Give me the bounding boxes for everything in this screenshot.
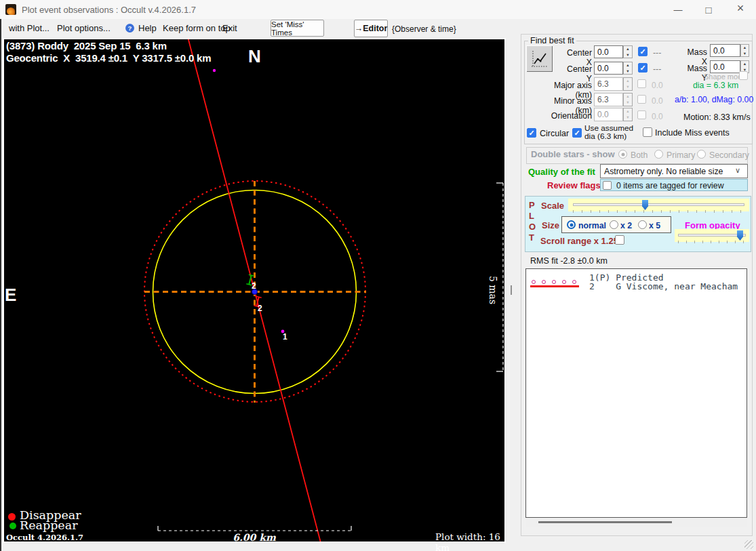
size-label: Size	[542, 220, 559, 230]
mass-x-spinner[interactable]: ▴▾	[740, 44, 749, 57]
menu-exit[interactable]: Exit	[222, 23, 237, 33]
center-y-field[interactable]: 0.0	[594, 62, 623, 75]
center-y-dash: ---	[653, 64, 661, 74]
orientation-field[interactable]: 0.0	[594, 108, 623, 121]
quality-dropdown-value: Astrometry only. No reliable size	[604, 167, 723, 176]
use-assumed-line2: dia (6.3 km)	[584, 132, 633, 140]
predicted-dot-top	[213, 69, 216, 72]
site2-label-upper: 2	[252, 281, 256, 291]
use-assumed-checkbox[interactable]: ✓	[572, 128, 582, 138]
dot-icon	[562, 280, 566, 284]
form-opacity-slider[interactable]	[675, 229, 749, 242]
spin-down-icon[interactable]: ▾	[624, 52, 632, 58]
set-miss-times-button[interactable]: Set 'Miss' Times	[271, 20, 324, 37]
double-stars-label: Double stars - show	[531, 149, 615, 159]
minimize-icon[interactable]: —	[667, 3, 690, 16]
center-y-spinner[interactable]: ▴▾	[623, 62, 633, 75]
plot-letter-l: L	[529, 211, 534, 221]
minor-axis-fit-value: 0.0	[652, 96, 663, 106]
app-icon-glyph	[7, 7, 15, 15]
quality-dropdown[interactable]: Astrometry only. No reliable size ∨	[600, 164, 748, 178]
center-x-field[interactable]: 0.0	[594, 45, 623, 58]
dot-icon	[552, 280, 556, 284]
spin-up-icon[interactable]: ▴	[624, 46, 632, 52]
fit-button[interactable]	[526, 45, 553, 72]
form-opacity-thumb[interactable]	[737, 230, 743, 241]
help-icon[interactable]: ?	[125, 24, 134, 33]
spin-down-icon: ▾	[624, 115, 632, 121]
app-icon	[5, 4, 16, 15]
scroll-range-checkbox[interactable]	[615, 235, 624, 245]
major-axis-spinner: ▴▾	[623, 77, 633, 91]
plot-letter-p: P	[529, 200, 535, 210]
include-miss-checkbox[interactable]	[643, 127, 652, 137]
spin-up-icon[interactable]: ▴	[741, 61, 749, 67]
size-x2-radio[interactable]	[610, 220, 618, 229]
scale-slider[interactable]	[568, 199, 749, 211]
orientation-spinner: ▴▾	[623, 108, 633, 121]
spin-up-icon: ▴	[624, 94, 632, 100]
use-assumed-label: Use assumed dia (6.3 km)	[584, 124, 633, 140]
orientation-label: Orientation	[540, 111, 592, 121]
size-normal-radio[interactable]	[567, 220, 576, 229]
both-radio[interactable]	[618, 150, 627, 159]
site1-label: 1	[283, 332, 287, 342]
scrollbar-thumb[interactable]	[538, 521, 672, 523]
secondary-label: Secondary	[709, 150, 749, 160]
menu-plot-options[interactable]: Plot options...	[57, 23, 111, 33]
plot-letter-t: T	[529, 232, 534, 243]
observation-row[interactable]: 2 G Viscome, near Meacham	[589, 281, 738, 291]
scale-label: Scale	[541, 201, 564, 211]
review-flags-checkbox[interactable]	[603, 181, 612, 190]
mass-x-field[interactable]: 0.0	[710, 44, 740, 57]
minor-axis-fit-checkbox[interactable]	[637, 95, 646, 104]
primary-radio[interactable]	[654, 150, 663, 159]
orientation-fit-value: 0.0	[652, 112, 663, 121]
minor-axis-field[interactable]: 6.3	[594, 93, 623, 106]
spin-down-icon[interactable]: ▾	[741, 51, 749, 57]
menu-keep-on-top[interactable]: Keep form on top	[163, 23, 231, 33]
shape-model-checkbox[interactable]	[739, 71, 748, 80]
window-title: Plot event observations : Occult v.4.202…	[22, 5, 196, 15]
maximize-icon[interactable]: □	[697, 3, 720, 16]
size-x5-radio[interactable]	[638, 220, 647, 229]
motion-label: Motion: 8.33 km/s	[683, 113, 751, 122]
center-y-checkbox[interactable]: ✓	[638, 63, 648, 73]
mass-y-field[interactable]: 0.0	[710, 60, 740, 73]
review-flags-box: 0 items are tagged for review	[600, 179, 748, 191]
orientation-fit-checkbox[interactable]	[637, 110, 646, 119]
form-opacity-ticks	[678, 241, 746, 243]
center-x-spinner[interactable]: ▴▾	[623, 45, 633, 58]
minor-axis-spinner: ▴▾	[623, 93, 633, 106]
spin-down-icon[interactable]: ▾	[624, 68, 632, 75]
center-x-dash: ---	[653, 48, 661, 58]
find-best-fit-label: Find best fit	[528, 36, 576, 45]
close-icon[interactable]: ×	[729, 1, 752, 15]
major-axis-field[interactable]: 6.3	[594, 77, 623, 91]
scalebar-label: 6.00 km	[231, 532, 278, 543]
major-axis-fit-checkbox[interactable]	[637, 79, 646, 88]
east-label: E	[5, 285, 16, 306]
scale-slider-thumb[interactable]	[642, 200, 648, 210]
editor-button[interactable]: →Editor	[354, 20, 388, 37]
menu-with-plot[interactable]: with Plot...	[9, 23, 49, 33]
plot-canvas[interactable]: (3873) Roddy 2025 Sep 15 6.3 km Geocentr…	[3, 38, 506, 543]
list-horizontal-scrollbar[interactable]	[526, 518, 747, 527]
splitter-handle[interactable]	[511, 285, 512, 295]
center-x-checkbox[interactable]: ✓	[638, 47, 648, 56]
spin-up-icon: ▴	[624, 108, 632, 115]
spin-up-icon[interactable]: ▴	[624, 62, 632, 68]
spin-up-icon[interactable]: ▴	[741, 45, 749, 51]
window-border	[0, 0, 1, 551]
dot-icon	[572, 280, 576, 284]
menu-observer-time[interactable]: {Observer & time}	[392, 24, 456, 34]
disappear-legend-icon	[8, 513, 16, 521]
secondary-radio[interactable]	[697, 150, 706, 159]
menu-help[interactable]: Help	[138, 23, 157, 33]
resize-grip[interactable]	[744, 540, 753, 549]
observations-list[interactable]: 1(P) Predicted 2 G Viscome, near Meacham	[525, 268, 747, 518]
primary-label: Primary	[667, 150, 695, 160]
ab-dmag-label: a/b: 1.00, dMag: 0.00	[675, 95, 753, 104]
include-miss-label: Include Miss events	[655, 128, 730, 138]
circular-checkbox[interactable]: ✓	[527, 128, 536, 138]
